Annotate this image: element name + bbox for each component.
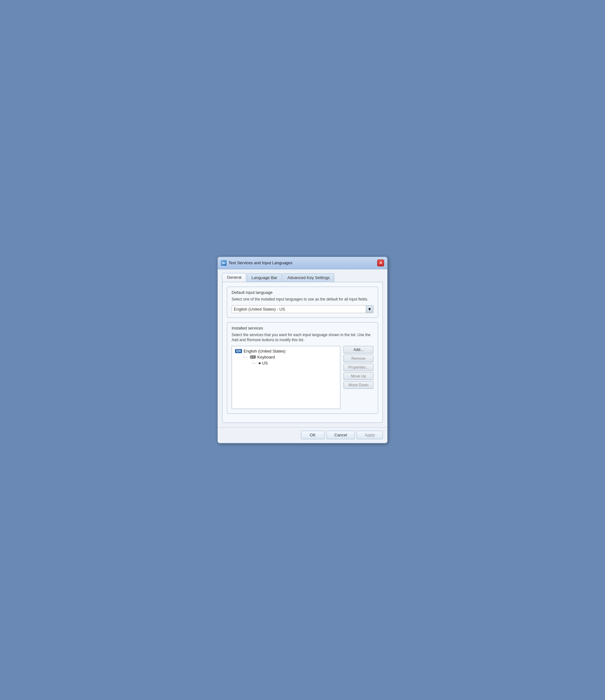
keyboard-group: └─ ⌨ Keyboard xyxy=(243,354,338,360)
tree-line-1: └─ xyxy=(243,355,248,359)
apply-button[interactable]: Apply xyxy=(357,431,383,439)
svg-rect-2 xyxy=(222,263,225,264)
us-label: US xyxy=(262,361,268,366)
installed-services-description: Select the services that you want for ea… xyxy=(232,332,373,343)
tabs-container: General Language Bar Advanced Key Settin… xyxy=(222,273,383,282)
cancel-button[interactable]: Cancel xyxy=(326,431,355,439)
default-input-section: Default input language Select one of the… xyxy=(227,286,378,318)
service-buttons: Add... Remove Properties... Move Up Move… xyxy=(343,346,373,389)
ok-button[interactable]: OK xyxy=(301,431,324,439)
default-input-title: Default input language xyxy=(232,290,373,295)
title-bar: Text Services and Input Languages ✕ xyxy=(218,257,387,269)
services-list[interactable]: EN English (United States) └─ ⌨ Keyboard… xyxy=(232,346,340,409)
installed-services-title: Installed services xyxy=(232,326,373,330)
move-down-button[interactable]: Move Down xyxy=(343,381,373,389)
us-item: └─ US xyxy=(252,360,338,366)
tab-content-general: Default input language Select one of the… xyxy=(222,282,383,423)
properties-button[interactable]: Properties... xyxy=(343,364,373,371)
lang-name-english: English (United States) xyxy=(243,349,286,353)
bullet-icon xyxy=(259,362,261,364)
language-dropdown-container: English (United States) - US ▼ xyxy=(232,305,373,313)
svg-rect-0 xyxy=(222,262,226,264)
installed-services-section: Installed services Select the services t… xyxy=(227,322,378,414)
services-row: EN English (United States) └─ ⌨ Keyboard… xyxy=(232,346,373,409)
lang-badge-en: EN xyxy=(235,349,242,353)
dialog-footer: OK Cancel Apply xyxy=(218,427,387,443)
tab-language-bar[interactable]: Language Bar xyxy=(247,273,282,282)
move-up-button[interactable]: Move Up xyxy=(343,372,373,380)
close-button[interactable]: ✕ xyxy=(377,259,384,267)
svg-rect-1 xyxy=(222,262,224,263)
language-item-english: EN English (United States) xyxy=(234,348,338,354)
add-button[interactable]: Add... xyxy=(343,346,373,353)
tab-advanced-key-settings[interactable]: Advanced Key Settings xyxy=(283,273,334,282)
language-dropdown[interactable]: English (United States) - US xyxy=(232,305,373,313)
window-title: Text Services and Input Languages xyxy=(229,260,292,265)
dialog-body: General Language Bar Advanced Key Settin… xyxy=(218,269,387,427)
tab-general[interactable]: General xyxy=(222,273,246,282)
app-icon xyxy=(221,260,227,266)
title-bar-left: Text Services and Input Languages xyxy=(221,260,292,266)
default-input-description: Select one of the installed input langua… xyxy=(232,297,373,302)
dialog-window: Text Services and Input Languages ✕ Gene… xyxy=(217,257,388,443)
keyboard-icon: ⌨ xyxy=(250,355,256,359)
tree-line-2: └─ xyxy=(252,361,257,365)
keyboard-label: Keyboard xyxy=(258,355,275,359)
remove-button[interactable]: Remove xyxy=(343,355,373,362)
